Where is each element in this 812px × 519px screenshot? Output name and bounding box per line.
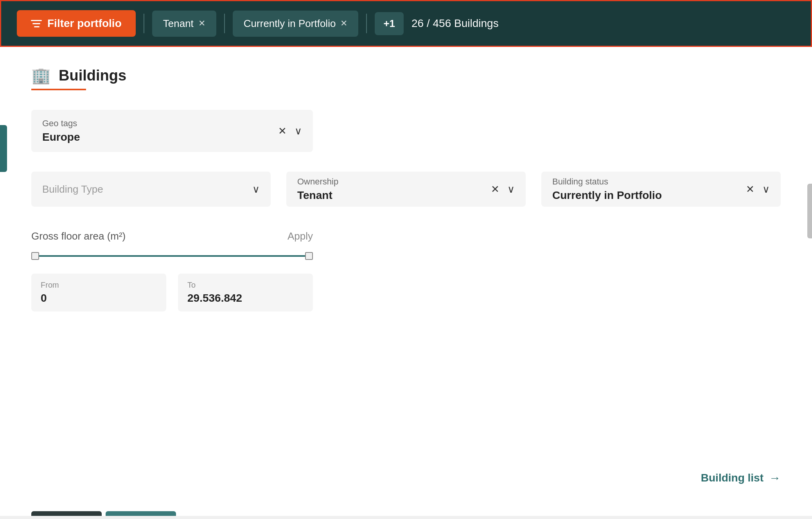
building-status-content: Building status Currently in Portfolio — [552, 177, 662, 202]
building-type-label: Building Type — [42, 183, 103, 195]
divider-1 — [144, 14, 144, 33]
geo-tags-label: Geo tags — [42, 118, 80, 129]
range-handle-left[interactable] — [31, 252, 39, 260]
top-bar: Filter portfolio Tenant ✕ Currently in P… — [0, 0, 812, 47]
geo-tags-value: Europe — [42, 131, 80, 143]
left-accent-bar — [0, 125, 7, 172]
range-inputs-row: From 0 To 29.536.842 — [31, 274, 313, 311]
to-input-box[interactable]: To 29.536.842 — [178, 274, 313, 311]
bottom-bar — [31, 511, 176, 516]
tenant-chip[interactable]: Tenant ✕ — [152, 11, 216, 37]
range-slider[interactable] — [31, 250, 313, 262]
geo-tags-row: Geo tags Europe ✕ ∨ — [31, 110, 781, 152]
currently-chip[interactable]: Currently in Portfolio ✕ — [233, 11, 359, 37]
to-label: To — [187, 281, 304, 290]
from-value: 0 — [41, 292, 157, 304]
ownership-content: Ownership Tenant — [297, 177, 338, 202]
building-status-value: Currently in Portfolio — [552, 189, 662, 202]
floor-area-title: Gross floor area (m²) — [31, 230, 126, 242]
divider-3 — [366, 14, 367, 33]
ownership-chevron-icon[interactable]: ∨ — [507, 183, 515, 195]
plus-badge[interactable]: +1 — [375, 12, 404, 35]
building-type-col: Building Type ∨ — [31, 172, 271, 207]
filter-icon — [31, 20, 42, 27]
from-input-box[interactable]: From 0 — [31, 274, 166, 311]
from-label: From — [41, 281, 157, 290]
filter-label: Filter portfolio — [47, 17, 122, 30]
ownership-col: Ownership Tenant ✕ ∨ — [286, 172, 526, 207]
buildings-count: 26 / 456 Buildings — [411, 17, 499, 30]
buildings-icon: 🏢 — [31, 66, 51, 85]
filter-portfolio-button[interactable]: Filter portfolio — [17, 10, 136, 37]
range-handle-right[interactable] — [305, 252, 313, 260]
geo-tags-chevron-icon[interactable]: ∨ — [295, 125, 302, 137]
building-type-chevron-icon[interactable]: ∨ — [252, 183, 260, 195]
floor-area-header: Gross floor area (m²) Apply — [31, 230, 313, 242]
ownership-label: Ownership — [297, 177, 338, 187]
tenant-close-icon[interactable]: ✕ — [198, 18, 205, 29]
currently-chip-label: Currently in Portfolio — [244, 18, 336, 30]
right-accent-bar — [807, 184, 812, 238]
main-content: 🏢 Buildings Geo tags Europe ✕ ∨ Building… — [0, 47, 812, 516]
building-status-controls: ✕ ∨ — [746, 183, 770, 195]
building-type-controls: ∨ — [252, 183, 260, 195]
divider-2 — [224, 14, 225, 33]
bottom-tab-1[interactable] — [31, 511, 102, 516]
ownership-value: Tenant — [297, 189, 338, 202]
building-status-col: Building status Currently in Portfolio ✕… — [541, 172, 781, 207]
currently-close-icon[interactable]: ✕ — [340, 18, 347, 29]
range-track — [31, 255, 313, 257]
to-value: 29.536.842 — [187, 292, 304, 304]
geo-tags-dropdown[interactable]: Geo tags Europe ✕ ∨ — [31, 110, 313, 152]
geo-tags-content: Geo tags Europe — [42, 118, 80, 143]
building-status-label: Building status — [552, 177, 662, 187]
building-list-link[interactable]: Building list → — [701, 471, 781, 485]
building-type-dropdown[interactable]: Building Type ∨ — [31, 172, 271, 207]
ownership-controls: ✕ ∨ — [491, 183, 515, 195]
tenant-chip-label: Tenant — [163, 18, 194, 30]
floor-area-section: Gross floor area (m²) Apply From 0 To 29… — [31, 230, 781, 311]
building-status-clear-icon[interactable]: ✕ — [746, 183, 755, 195]
building-list-arrow-icon: → — [769, 471, 781, 485]
apply-button[interactable]: Apply — [287, 230, 313, 242]
ownership-dropdown[interactable]: Ownership Tenant ✕ ∨ — [286, 172, 526, 207]
geo-tags-clear-icon[interactable]: ✕ — [278, 125, 287, 137]
geo-tags-controls: ✕ ∨ — [278, 125, 302, 137]
section-header: 🏢 Buildings — [31, 66, 781, 85]
building-status-dropdown[interactable]: Building status Currently in Portfolio ✕… — [541, 172, 781, 207]
ownership-clear-icon[interactable]: ✕ — [491, 183, 499, 195]
section-title: Buildings — [59, 67, 126, 84]
building-list-label: Building list — [701, 472, 763, 484]
bottom-tab-2[interactable] — [106, 511, 176, 516]
dropdowns-row: Building Type ∨ Ownership Tenant ✕ ∨ — [31, 172, 781, 207]
title-underline — [31, 89, 86, 90]
building-status-chevron-icon[interactable]: ∨ — [762, 183, 770, 195]
